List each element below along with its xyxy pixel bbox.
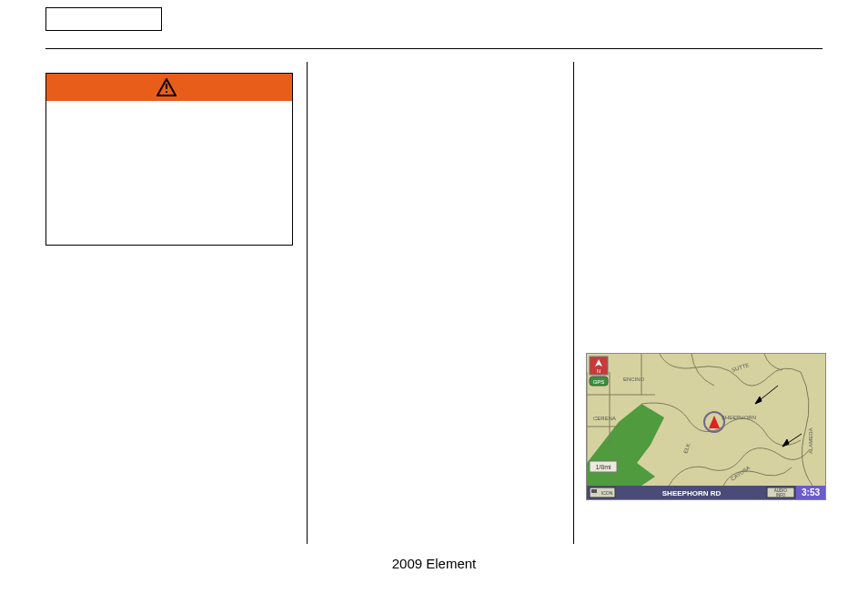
svg-rect-22 [591,489,597,493]
nav-map-screenshot: N GPS 1/8mi ENCINO SUTTE CERENA SHEEPHOR… [586,353,826,500]
warning-triangle-icon [156,78,177,96]
gps-label: GPS [593,379,605,385]
header-tab [45,7,162,31]
street-name-bar: SHEEPHORN RD [662,489,722,498]
road-label-cerena: CERENA [593,416,616,421]
road-label-encino: ENCINO [623,377,645,382]
icon-button-label[interactable]: ICON [601,490,613,496]
warning-header [46,74,292,101]
column-divider-1 [307,62,308,544]
compass-label: N [597,368,601,374]
warning-body [46,101,292,245]
divider-horizontal [45,48,823,49]
warning-box [45,73,293,246]
svg-rect-1 [166,84,167,89]
map-scale: 1/8mi [595,464,611,470]
svg-rect-2 [166,91,167,93]
road-label-sheephorn: SHEEPHORN [722,415,756,420]
road-label-alameda: ALAMEDA [808,427,813,454]
map-clock: 3:53 [802,487,820,498]
footer-model: 2009 Element [0,556,868,571]
column-divider-2 [573,62,574,544]
audio-info-button-line2[interactable]: INFO [776,493,786,498]
